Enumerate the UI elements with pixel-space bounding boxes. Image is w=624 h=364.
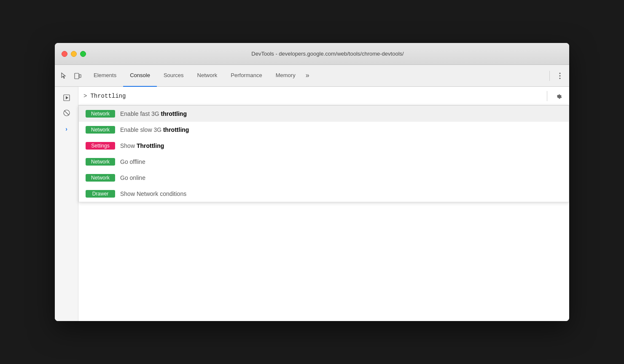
autocomplete-item-5[interactable]: Network Go online (79, 170, 569, 186)
badge-network-2: Network (86, 126, 115, 134)
autocomplete-item-4[interactable]: Network Go offline (79, 154, 569, 170)
console-toolbar: > (78, 87, 569, 105)
more-options-icon[interactable] (554, 70, 566, 82)
badge-network-3: Network (86, 158, 115, 166)
tabbar-right-icons (547, 70, 566, 82)
svg-point-4 (559, 78, 561, 79)
autocomplete-item-3[interactable]: Settings Show Throttling (79, 138, 569, 154)
tab-network[interactable]: Network (191, 65, 224, 87)
console-panel: > Netw (78, 87, 569, 321)
console-right-icons (544, 90, 564, 102)
sidebar-block-icon[interactable] (61, 107, 73, 119)
autocomplete-dropdown: Network Enable fast 3G throttling Networ… (78, 105, 569, 202)
item-text-3: Show Throttling (120, 142, 164, 149)
settings-gear-icon[interactable] (552, 90, 564, 102)
autocomplete-item-1[interactable]: Network Enable fast 3G throttling (79, 106, 569, 122)
divider (549, 71, 550, 81)
item-text-4: Go offline (120, 158, 145, 165)
device-toggle-icon[interactable] (72, 70, 83, 82)
tab-sources[interactable]: Sources (157, 65, 191, 87)
badge-drawer-1: Drawer (86, 190, 115, 198)
devtools-body: Elements Console Sources Network Perform… (55, 65, 569, 321)
console-prompt: > (83, 93, 87, 99)
devtools-window: DevTools - developers.google.com/web/too… (55, 43, 569, 321)
tabbar-left-icons (58, 70, 83, 82)
tab-elements[interactable]: Elements (87, 65, 123, 87)
tab-more-button[interactable]: » (302, 65, 313, 87)
svg-marker-6 (66, 96, 68, 99)
window-title: DevTools - developers.google.com/web/too… (93, 51, 562, 57)
titlebar: DevTools - developers.google.com/web/too… (55, 43, 569, 65)
minimize-button[interactable] (71, 51, 77, 57)
inspect-element-icon[interactable] (58, 70, 70, 82)
autocomplete-item-6[interactable]: Drawer Show Network conditions (79, 186, 569, 202)
item-text-2: Enable slow 3G throttling (120, 126, 189, 133)
console-input-wrapper: > (83, 93, 541, 99)
autocomplete-item-2[interactable]: Network Enable slow 3G throttling (79, 122, 569, 138)
right-divider (547, 91, 547, 101)
traffic-lights (62, 51, 86, 57)
svg-rect-1 (79, 75, 81, 78)
badge-network-4: Network (86, 174, 115, 182)
svg-point-3 (559, 75, 561, 76)
svg-point-2 (559, 72, 561, 74)
tab-memory[interactable]: Memory (269, 65, 302, 87)
sidebar-play-icon[interactable] (61, 92, 73, 104)
tab-console[interactable]: Console (123, 65, 157, 87)
badge-network-1: Network (86, 110, 115, 118)
sidebar-expand-icon[interactable]: › (62, 122, 71, 136)
sidebar: › (55, 87, 78, 321)
tabs: Elements Console Sources Network Perform… (87, 65, 547, 87)
badge-settings-1: Settings (86, 142, 115, 150)
maximize-button[interactable] (80, 51, 86, 57)
svg-rect-0 (75, 73, 79, 79)
tab-performance[interactable]: Performance (224, 65, 269, 87)
main-area: › > (55, 87, 569, 321)
item-text-6: Show Network conditions (120, 190, 186, 197)
item-text-1: Enable fast 3G throttling (120, 110, 187, 117)
item-text-5: Go online (120, 174, 145, 181)
svg-line-8 (64, 111, 69, 115)
close-button[interactable] (62, 51, 67, 57)
tabbar: Elements Console Sources Network Perform… (55, 65, 569, 87)
console-input[interactable] (90, 93, 541, 99)
